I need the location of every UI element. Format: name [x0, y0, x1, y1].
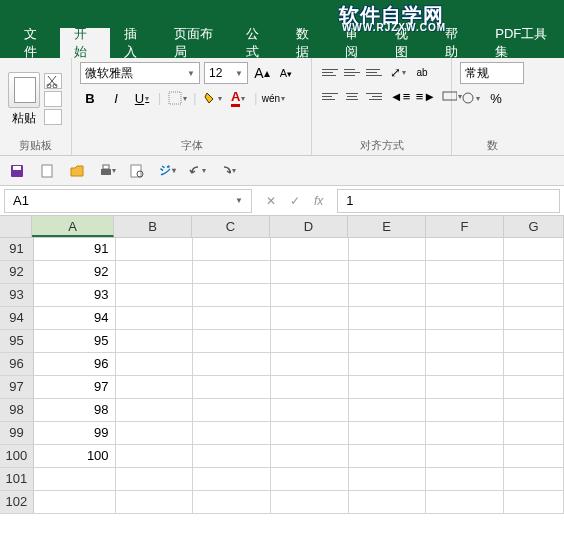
cell-D97[interactable] [271, 376, 349, 398]
cell-D102[interactable] [271, 491, 349, 513]
align-left-button[interactable] [320, 87, 340, 105]
cancel-icon[interactable]: ✕ [266, 194, 276, 208]
save-icon[interactable] [8, 162, 26, 180]
orientation-button[interactable]: ⤢▾ [388, 62, 408, 82]
cell-D96[interactable] [271, 353, 349, 375]
cell-C102[interactable] [193, 491, 271, 513]
row-header[interactable]: 96 [0, 353, 34, 375]
cell-G96[interactable] [504, 353, 564, 375]
print-icon[interactable]: ▾ [98, 162, 116, 180]
align-bottom-button[interactable] [364, 63, 384, 81]
name-box[interactable]: A1▼ [4, 189, 252, 213]
cell-A101[interactable] [34, 468, 116, 490]
fill-color-button[interactable]: ▾ [202, 88, 222, 108]
col-header-G[interactable]: G [504, 216, 564, 237]
cell-C101[interactable] [193, 468, 271, 490]
cell-F99[interactable] [426, 422, 504, 444]
cell-E91[interactable] [349, 238, 427, 260]
cell-C94[interactable] [193, 307, 271, 329]
cell-F92[interactable] [426, 261, 504, 283]
col-header-F[interactable]: F [426, 216, 504, 237]
cell-G102[interactable] [504, 491, 564, 513]
cell-F101[interactable] [426, 468, 504, 490]
col-header-E[interactable]: E [348, 216, 426, 237]
cell-B92[interactable] [116, 261, 194, 283]
spellcheck-icon[interactable]: ジ▾ [158, 162, 176, 180]
cell-G98[interactable] [504, 399, 564, 421]
cell-C97[interactable] [193, 376, 271, 398]
preview-icon[interactable] [128, 162, 146, 180]
align-center-button[interactable] [342, 87, 362, 105]
cell-F93[interactable] [426, 284, 504, 306]
row-header[interactable]: 98 [0, 399, 34, 421]
cell-C92[interactable] [193, 261, 271, 283]
cell-G100[interactable] [504, 445, 564, 467]
cell-B98[interactable] [116, 399, 194, 421]
cell-E95[interactable] [349, 330, 427, 352]
paste-button[interactable]: 粘贴 [8, 72, 40, 127]
cell-G99[interactable] [504, 422, 564, 444]
cell-C91[interactable] [193, 238, 271, 260]
cut-icon[interactable] [44, 73, 62, 89]
col-header-C[interactable]: C [192, 216, 270, 237]
decrease-font-button[interactable]: A▾ [276, 63, 296, 83]
row-header[interactable]: 99 [0, 422, 34, 444]
cell-F97[interactable] [426, 376, 504, 398]
underline-button[interactable]: U▾ [132, 88, 152, 108]
formula-input[interactable]: 1 [337, 189, 560, 213]
row-header[interactable]: 93 [0, 284, 34, 306]
cell-F100[interactable] [426, 445, 504, 467]
cell-F96[interactable] [426, 353, 504, 375]
align-right-button[interactable] [364, 87, 384, 105]
cell-E99[interactable] [349, 422, 427, 444]
cell-A100[interactable]: 100 [34, 445, 116, 467]
cell-E94[interactable] [349, 307, 427, 329]
format-painter-icon[interactable] [44, 109, 62, 125]
select-all-corner[interactable] [0, 216, 32, 237]
cell-E96[interactable] [349, 353, 427, 375]
cell-E102[interactable] [349, 491, 427, 513]
cell-E98[interactable] [349, 399, 427, 421]
cell-F95[interactable] [426, 330, 504, 352]
cell-G97[interactable] [504, 376, 564, 398]
cell-A92[interactable]: 92 [34, 261, 116, 283]
cell-B96[interactable] [116, 353, 194, 375]
wrap-text-button[interactable]: ab [412, 62, 432, 82]
cell-E92[interactable] [349, 261, 427, 283]
cell-G94[interactable] [504, 307, 564, 329]
row-header[interactable]: 102 [0, 491, 34, 513]
cell-B99[interactable] [116, 422, 194, 444]
row-header[interactable]: 94 [0, 307, 34, 329]
font-color-button[interactable]: A▾ [228, 88, 248, 108]
decrease-indent-button[interactable]: ◄≡ [390, 86, 410, 106]
row-header[interactable]: 92 [0, 261, 34, 283]
font-name-select[interactable]: 微软雅黑▼ [80, 62, 200, 84]
align-top-button[interactable] [320, 63, 340, 81]
number-format-select[interactable]: 常规 [460, 62, 524, 84]
cell-F91[interactable] [426, 238, 504, 260]
cell-G95[interactable] [504, 330, 564, 352]
cell-A96[interactable]: 96 [34, 353, 116, 375]
cell-D101[interactable] [271, 468, 349, 490]
col-header-A[interactable]: A [32, 216, 114, 237]
cell-A95[interactable]: 95 [34, 330, 116, 352]
currency-button[interactable]: ▾ [460, 88, 480, 108]
undo-icon[interactable]: ▾ [188, 162, 206, 180]
italic-button[interactable]: I [106, 88, 126, 108]
cell-F94[interactable] [426, 307, 504, 329]
cell-B101[interactable] [116, 468, 194, 490]
bold-button[interactable]: B [80, 88, 100, 108]
col-header-D[interactable]: D [270, 216, 348, 237]
cell-D94[interactable] [271, 307, 349, 329]
cell-A94[interactable]: 94 [34, 307, 116, 329]
cell-B93[interactable] [116, 284, 194, 306]
redo-icon[interactable]: ▾ [218, 162, 236, 180]
cell-B100[interactable] [116, 445, 194, 467]
cell-B95[interactable] [116, 330, 194, 352]
cell-C100[interactable] [193, 445, 271, 467]
open-icon[interactable] [68, 162, 86, 180]
cell-F102[interactable] [426, 491, 504, 513]
cell-G92[interactable] [504, 261, 564, 283]
cell-D95[interactable] [271, 330, 349, 352]
cell-D100[interactable] [271, 445, 349, 467]
